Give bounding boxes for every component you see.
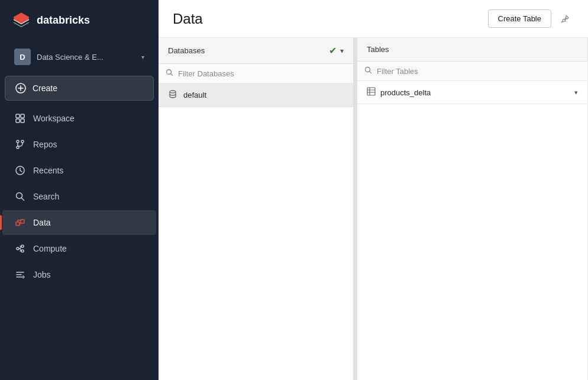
tables-panel: Tables Filter Tables xyxy=(357,38,588,380)
databases-panel-header: Databases ✔ ▾ xyxy=(159,38,353,64)
database-icon xyxy=(168,89,177,101)
table-item-products-delta[interactable]: products_delta ▾ xyxy=(357,81,587,104)
svg-rect-1 xyxy=(16,114,20,118)
table-icon xyxy=(367,87,376,98)
svg-rect-2 xyxy=(21,114,24,118)
database-item-default[interactable]: default xyxy=(159,83,353,107)
table-item-left: products_delta xyxy=(367,87,431,98)
workspace-name: Data Science & E... xyxy=(37,53,135,62)
table-expand-chevron-icon[interactable]: ▾ xyxy=(574,89,578,96)
create-button[interactable]: Create xyxy=(5,76,154,101)
recents-nav-label: Recents xyxy=(33,166,63,175)
data-panels: Databases ✔ ▾ Filter Databases xyxy=(159,38,588,380)
search-nav-label: Search xyxy=(33,192,59,201)
tables-panel-header: Tables xyxy=(357,38,587,62)
tables-filter-text[interactable]: Filter Tables xyxy=(377,67,418,76)
search-nav-icon xyxy=(14,191,26,202)
page-title: Data xyxy=(173,11,203,27)
databases-list: default xyxy=(159,83,353,380)
svg-rect-11 xyxy=(21,220,24,223)
nav-item-recents[interactable]: Recents xyxy=(2,158,156,183)
databases-header-left: Databases xyxy=(168,46,205,55)
nav-item-search[interactable]: Search xyxy=(2,184,156,209)
sidebar: databricks D Data Science & E... ▾ Creat… xyxy=(0,0,159,380)
create-icon xyxy=(15,82,27,94)
nav-item-compute[interactable]: Compute xyxy=(2,236,156,261)
svg-rect-3 xyxy=(16,119,20,123)
page-header: Data Create Table xyxy=(159,0,588,38)
workspace-avatar: D xyxy=(14,49,31,65)
data-nav-label: Data xyxy=(33,218,51,227)
svg-point-16 xyxy=(170,91,176,93)
svg-rect-10 xyxy=(16,222,20,226)
logo: databricks xyxy=(0,0,159,40)
tables-filter-row: Filter Tables xyxy=(357,62,587,81)
recents-nav-icon xyxy=(14,165,26,176)
main-content: Data Create Table Databases ✔ ▾ xyxy=(159,0,588,380)
databases-filter-row: Filter Databases xyxy=(159,64,353,83)
nav-item-repos[interactable]: Repos xyxy=(2,132,156,157)
header-actions: Create Table xyxy=(488,9,574,28)
databases-panel: Databases ✔ ▾ Filter Databases xyxy=(159,38,354,380)
svg-rect-18 xyxy=(367,88,375,95)
databases-filter-icon xyxy=(166,69,173,78)
databases-chevron-icon[interactable]: ▾ xyxy=(340,47,344,55)
data-nav-icon xyxy=(14,217,26,228)
nav-item-workspace[interactable]: Workspace xyxy=(2,106,156,131)
create-table-button[interactable]: Create Table xyxy=(488,9,551,28)
svg-rect-4 xyxy=(21,119,24,123)
workspace-chevron-icon: ▾ xyxy=(141,54,144,60)
app-name: databricks xyxy=(37,14,90,27)
databases-filter-text[interactable]: Filter Databases xyxy=(178,69,234,78)
workspace-selector[interactable]: D Data Science & E... ▾ xyxy=(5,43,154,71)
jobs-nav-icon xyxy=(14,269,26,281)
status-check-icon: ✔ xyxy=(329,45,337,56)
compute-nav-label: Compute xyxy=(33,244,67,253)
database-name-default: default xyxy=(183,91,206,99)
table-name-products-delta: products_delta xyxy=(380,88,431,97)
pin-icon[interactable] xyxy=(556,10,574,28)
jobs-nav-label: Jobs xyxy=(33,270,51,279)
databases-header-actions: ✔ ▾ xyxy=(329,45,344,56)
nav-item-jobs[interactable]: Jobs xyxy=(2,262,156,287)
databases-title: Databases xyxy=(168,46,205,55)
workspace-nav-label: Workspace xyxy=(33,114,75,123)
tables-filter-icon xyxy=(364,66,372,76)
create-label: Create xyxy=(33,83,57,93)
compute-nav-icon xyxy=(14,243,26,255)
workspace-nav-icon xyxy=(14,112,26,124)
repos-nav-icon xyxy=(14,139,26,150)
tables-title: Tables xyxy=(367,45,389,54)
databricks-logo-icon xyxy=(12,11,31,30)
repos-nav-label: Repos xyxy=(33,140,57,149)
nav-item-data[interactable]: Data xyxy=(2,210,156,235)
tables-list: products_delta ▾ xyxy=(357,81,587,380)
